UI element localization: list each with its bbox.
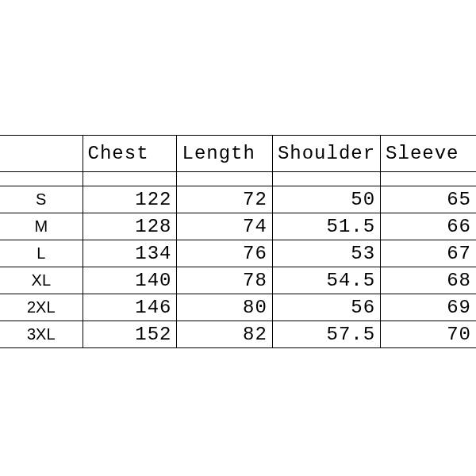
table-row: L 134 76 53 67 (0, 240, 476, 267)
cell-sleeve: 67 (381, 240, 476, 267)
cell-size: 3XL (0, 321, 83, 348)
table-row: 3XL 152 82 57.5 70 (0, 321, 476, 348)
cell-length: 72 (177, 186, 272, 213)
cell-chest: 128 (83, 213, 177, 240)
cell-chest: 152 (83, 321, 177, 348)
table-row: S 122 72 50 65 (0, 186, 476, 213)
table-row: 2XL 146 80 56 69 (0, 294, 476, 321)
cell-size: 2XL (0, 294, 83, 321)
cell-size: XL (0, 267, 83, 294)
cell-length: 82 (177, 321, 272, 348)
table-header-row: Chest Length Shoulder Sleeve (0, 136, 476, 172)
cell-shoulder: 50 (272, 186, 380, 213)
header-chest: Chest (83, 136, 177, 172)
table: Chest Length Shoulder Sleeve S 122 72 50… (0, 135, 476, 348)
cell-size: M (0, 213, 83, 240)
cell-sleeve: 69 (381, 294, 476, 321)
cell-shoulder: 53 (272, 240, 380, 267)
cell-size: L (0, 240, 83, 267)
cell-length: 78 (177, 267, 272, 294)
header-shoulder: Shoulder (272, 136, 380, 172)
cell-shoulder: 51.5 (272, 213, 380, 240)
cell-sleeve: 65 (381, 186, 476, 213)
cell-shoulder: 56 (272, 294, 380, 321)
cell-shoulder: 54.5 (272, 267, 380, 294)
cell-length: 80 (177, 294, 272, 321)
cell-sleeve: 68 (381, 267, 476, 294)
cell-length: 74 (177, 213, 272, 240)
table-row: M 128 74 51.5 66 (0, 213, 476, 240)
cell-length: 76 (177, 240, 272, 267)
size-chart-table: Chest Length Shoulder Sleeve S 122 72 50… (0, 135, 476, 348)
cell-chest: 140 (83, 267, 177, 294)
header-blank (0, 136, 83, 172)
cell-sleeve: 70 (381, 321, 476, 348)
header-sleeve: Sleeve (381, 136, 476, 172)
cell-sleeve: 66 (381, 213, 476, 240)
cell-chest: 146 (83, 294, 177, 321)
cell-chest: 122 (83, 186, 177, 213)
table-spacer-row (0, 172, 476, 186)
header-length: Length (177, 136, 272, 172)
cell-size: S (0, 186, 83, 213)
cell-shoulder: 57.5 (272, 321, 380, 348)
cell-chest: 134 (83, 240, 177, 267)
table-row: XL 140 78 54.5 68 (0, 267, 476, 294)
